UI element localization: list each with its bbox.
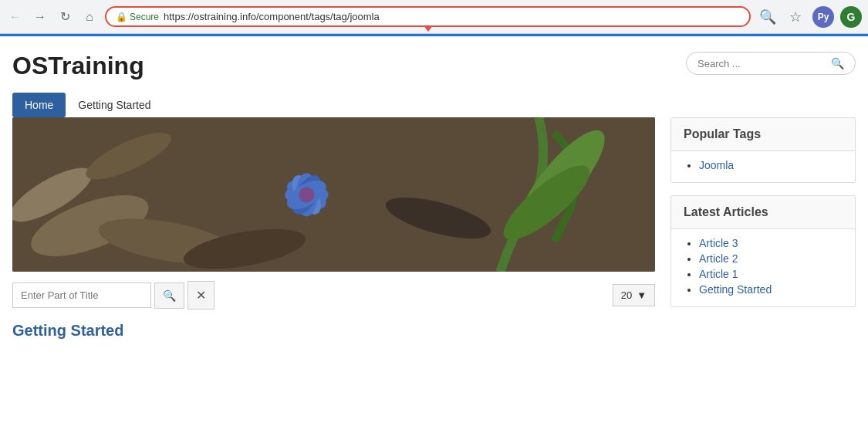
secure-indicator: 🔒 Secure — [116, 12, 159, 22]
latest-articles-list: Article 3 Article 2 Article 1 Getting St… — [684, 237, 843, 296]
sidebar: Popular Tags Joomla Latest Articles Arti… — [670, 117, 856, 340]
url-caret — [424, 25, 433, 32]
url-input[interactable] — [164, 11, 740, 22]
page-content: OSTraining 🔍 Home Getting Started — [0, 36, 868, 355]
nav-item-home[interactable]: Home — [12, 93, 66, 117]
main-column: 🔍 ✕ 20 ▼ Getting Started — [12, 117, 655, 340]
popular-tags-body: Joomla — [671, 151, 855, 182]
getting-started-link[interactable]: Getting Started — [699, 283, 772, 296]
list-item: Getting Started — [699, 283, 843, 296]
hero-svg — [12, 117, 655, 272]
article-1-link[interactable]: Article 1 — [699, 268, 738, 280]
bookmark-button[interactable]: ☆ — [785, 6, 806, 28]
popular-tags-widget: Popular Tags Joomla — [670, 117, 856, 183]
browser-chrome: ← → ↻ ⌂ 🔒 Secure 🔍 ☆ Py G — [0, 0, 868, 34]
list-item: Article 2 — [699, 252, 843, 265]
article-2-link[interactable]: Article 2 — [699, 252, 738, 265]
home-button[interactable]: ⌂ — [80, 8, 99, 26]
article-title-link[interactable]: Getting Started — [12, 322, 123, 339]
popular-tags-title: Popular Tags — [671, 118, 855, 151]
title-filter-input[interactable] — [12, 282, 151, 308]
forward-button[interactable]: → — [31, 8, 49, 26]
user-avatar[interactable]: G — [840, 6, 862, 28]
per-page-arrow: ▼ — [637, 289, 647, 301]
latest-articles-body: Article 3 Article 2 Article 1 Getting St… — [671, 229, 855, 306]
svg-point-12 — [299, 187, 314, 202]
site-title: OSTraining — [12, 52, 144, 80]
secure-label: Secure — [130, 12, 159, 22]
lock-icon: 🔒 — [116, 12, 127, 22]
filter-clear-button[interactable]: ✕ — [187, 281, 214, 310]
per-page-value: 20 — [621, 289, 632, 301]
nav-item-getting-started[interactable]: Getting Started — [66, 93, 163, 117]
list-item: Article 1 — [699, 268, 843, 280]
article-3-link[interactable]: Article 3 — [699, 237, 738, 249]
list-item: Article 3 — [699, 237, 843, 249]
search-box[interactable]: 🔍 — [686, 52, 856, 75]
search-icon: 🔍 — [831, 57, 844, 69]
reload-button[interactable]: ↻ — [56, 8, 74, 26]
profile-avatar[interactable]: Py — [812, 6, 834, 28]
popular-tags-list: Joomla — [684, 159, 843, 171]
site-header: OSTraining 🔍 — [12, 52, 856, 80]
latest-articles-title: Latest Articles — [671, 196, 855, 229]
back-button[interactable]: ← — [6, 8, 25, 26]
hero-image — [12, 117, 655, 272]
browser-right-icons: 🔍 ☆ Py G — [757, 6, 862, 28]
filter-bar: 🔍 ✕ 20 ▼ — [12, 281, 655, 310]
header-search-input[interactable] — [697, 58, 831, 69]
latest-articles-widget: Latest Articles Article 3 Article 2 Arti… — [670, 195, 856, 307]
per-page-select[interactable]: 20 ▼ — [613, 284, 655, 306]
filter-search-button[interactable]: 🔍 — [154, 282, 184, 309]
search-button[interactable]: 🔍 — [757, 6, 778, 28]
tag-joomla-link[interactable]: Joomla — [699, 159, 734, 171]
address-bar[interactable]: 🔒 Secure — [105, 6, 751, 27]
list-item: Joomla — [699, 159, 843, 171]
main-layout: 🔍 ✕ 20 ▼ Getting Started Popular Tags — [12, 117, 856, 340]
nav-bar: Home Getting Started — [12, 93, 856, 117]
